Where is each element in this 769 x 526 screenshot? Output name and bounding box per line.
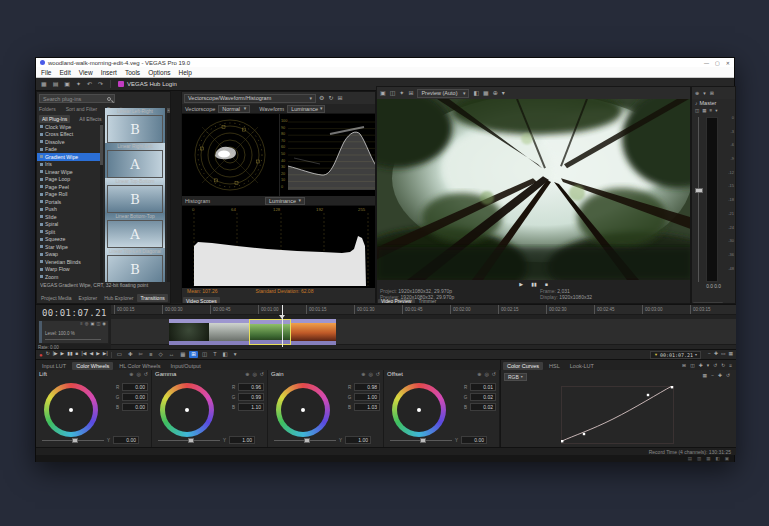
transition-item[interactable]: Push	[37, 206, 100, 214]
category-tab[interactable]: All Plug-Ins	[39, 115, 70, 123]
text-tool-icon[interactable]: T	[211, 351, 218, 359]
dock-tab[interactable]: Transitions	[137, 294, 167, 302]
transition-item[interactable]: Star Wipe	[37, 243, 100, 251]
wheel-g-value[interactable]: 0.02	[470, 393, 496, 401]
view-tab[interactable]: Folders	[39, 106, 56, 112]
wheel-y-value[interactable]: 0.00	[113, 436, 139, 444]
wheel-g-value[interactable]: 1.00	[354, 393, 380, 401]
scope-settings-icon[interactable]: ⚙	[319, 95, 324, 101]
grid-overlay-icon[interactable]: ▦	[483, 90, 489, 96]
mixer-layout-icon[interactable]: ⊞	[710, 91, 714, 96]
timeline-event-2-selected[interactable]	[249, 319, 291, 345]
transition-item[interactable]: Venetian Blinds	[37, 258, 100, 266]
color-pick-icon[interactable]: ◎	[368, 371, 372, 377]
timecode-display[interactable]: 00:01:07.21	[36, 305, 111, 320]
zoom-selection-icon[interactable]: ▭	[721, 352, 726, 357]
curves-tab[interactable]: Look-LUT	[566, 362, 598, 370]
category-tab[interactable]: All Effects	[76, 115, 104, 123]
menu-options[interactable]: Options	[148, 69, 170, 76]
preset-linear-left-right[interactable]: Linear Left-Right B	[105, 108, 165, 143]
dock-tab[interactable]: Hub Explorer	[101, 294, 136, 302]
grading-tab[interactable]: Input/Output	[167, 362, 205, 370]
wheel-r-value[interactable]: 0.00	[122, 383, 148, 391]
redo-icon[interactable]: ↷	[98, 81, 103, 87]
color-pick-icon[interactable]: ◎	[484, 371, 488, 377]
preset-linear-right-left[interactable]: Linear Right-Left A	[105, 143, 165, 178]
split-tool-icon[interactable]: ✂	[137, 351, 146, 359]
menu-tools[interactable]: Tools	[125, 69, 140, 76]
dock-tab[interactable]: Project Media	[38, 294, 75, 302]
fade-tool-icon[interactable]: ◇	[156, 351, 164, 359]
titlebar[interactable]: woodland-walk-morning-edit-4.veg - VEGAS…	[36, 58, 734, 67]
transition-item[interactable]: Cross Effect	[37, 131, 100, 139]
color-pick-icon[interactable]: ◎	[252, 371, 256, 377]
curve-grid-toggle-icon[interactable]: ▦	[703, 374, 708, 379]
solo-icon[interactable]: ▦	[702, 109, 706, 114]
selection-tool-icon[interactable]: ✚	[126, 351, 135, 359]
transition-item[interactable]: Fade	[37, 146, 100, 154]
volume-fader-handle[interactable]	[695, 188, 703, 193]
reset-wheel-icon[interactable]: ↺	[260, 371, 264, 377]
reset-wheel-icon[interactable]: ↺	[492, 371, 496, 377]
zoom-overview-icon[interactable]: ▦	[728, 352, 733, 357]
link-channels-icon[interactable]: ⊕	[129, 371, 133, 377]
wheel-slider-handle[interactable]	[72, 438, 78, 443]
sync-scopes-icon[interactable]: ⊞	[682, 364, 686, 369]
grading-tab[interactable]: Color Wheels	[72, 362, 113, 370]
wheel-slider-handle[interactable]	[420, 438, 426, 443]
transition-item[interactable]: Split	[37, 228, 100, 236]
vectorscope-mode-dropdown[interactable]: Normal▾	[218, 105, 250, 113]
minimize-button[interactable]: —	[704, 60, 709, 66]
insert-fx-icon[interactable]: ⊕	[695, 91, 699, 96]
project-properties-icon[interactable]: ▣	[380, 90, 386, 96]
scope-refresh-icon[interactable]: ↻	[328, 95, 333, 101]
remove-point-icon[interactable]: −	[711, 374, 714, 379]
loop-playback-icon[interactable]: ↻	[46, 352, 50, 357]
preview-quality-dropdown[interactable]: Preview (Auto)▾	[417, 89, 469, 98]
transition-item[interactable]: Swap	[37, 251, 100, 259]
preset-scrollbar[interactable]: ▲	[167, 108, 170, 282]
wheel-r-value[interactable]: 0.96	[238, 383, 264, 391]
menu-file[interactable]: File	[41, 69, 51, 76]
panel-toggle-icon-2[interactable]: ▥	[697, 456, 701, 461]
scope-layout-dropdown[interactable]: Vectorscope/Waveform/Histogram▾	[184, 94, 316, 103]
reset-curve-icon[interactable]: ↺	[726, 374, 730, 379]
menu-edit[interactable]: Edit	[59, 69, 70, 76]
next-frame-icon[interactable]: ▶	[96, 352, 100, 357]
transition-item[interactable]: Warp Flow	[37, 266, 100, 274]
wheel-master-slider[interactable]	[158, 440, 220, 441]
reset-wheel-icon[interactable]: ↺	[376, 371, 380, 377]
wheel-master-slider[interactable]	[42, 440, 104, 441]
safe-area-icon[interactable]: ◧	[473, 90, 479, 96]
wheel-center-dot[interactable]	[417, 408, 421, 412]
zoom-preview-icon[interactable]: ⊕	[493, 90, 498, 96]
curves-tab[interactable]: HSL	[545, 362, 564, 370]
transition-item[interactable]: Gradient Wipe	[37, 153, 100, 161]
preset-linear-top-bottom[interactable]: Linear Top-Bottom B	[105, 178, 165, 213]
snapping-enabled-icon[interactable]: ⊞	[189, 351, 198, 359]
slip-tool-icon[interactable]: ↔	[167, 351, 177, 359]
ripple-edit-icon[interactable]: ◧	[221, 351, 230, 359]
timeline-ruler[interactable]: 00:00:1500:00:3000:00:4500:01:0000:01:15…	[111, 305, 736, 315]
timeline-event-3[interactable]	[291, 319, 336, 345]
transition-item[interactable]: Linear Wipe	[37, 168, 100, 176]
transition-item[interactable]: Slide	[37, 213, 100, 221]
transition-item[interactable]: Zoom	[37, 273, 100, 281]
color-wheel[interactable]	[392, 383, 446, 437]
wheel-g-value[interactable]: 0.00	[122, 393, 148, 401]
save-project-icon[interactable]: ✦	[76, 81, 81, 87]
cursor-time-box[interactable]: ▼ 00:01:07.21 ▾	[650, 351, 701, 359]
stop-icon[interactable]: ■	[76, 352, 79, 357]
transition-item[interactable]: Portals	[37, 198, 100, 206]
transition-item[interactable]: Spiral	[37, 221, 100, 229]
transition-item[interactable]: Page Loop	[37, 176, 100, 184]
split-screen-icon[interactable]: ◫	[390, 90, 396, 96]
grade-menu-icon[interactable]: ≡	[729, 364, 732, 369]
wheel-b-value[interactable]: 1.10	[238, 403, 264, 411]
vegas-hub-button[interactable]: VEGAS Hub Login	[118, 81, 177, 87]
mixer-menu-icon[interactable]: ▾	[703, 91, 706, 96]
transition-item[interactable]: Page Roll	[37, 191, 100, 199]
curve-editor[interactable]	[561, 386, 674, 444]
color-wheel[interactable]	[44, 383, 98, 437]
video-track[interactable]	[111, 319, 736, 345]
